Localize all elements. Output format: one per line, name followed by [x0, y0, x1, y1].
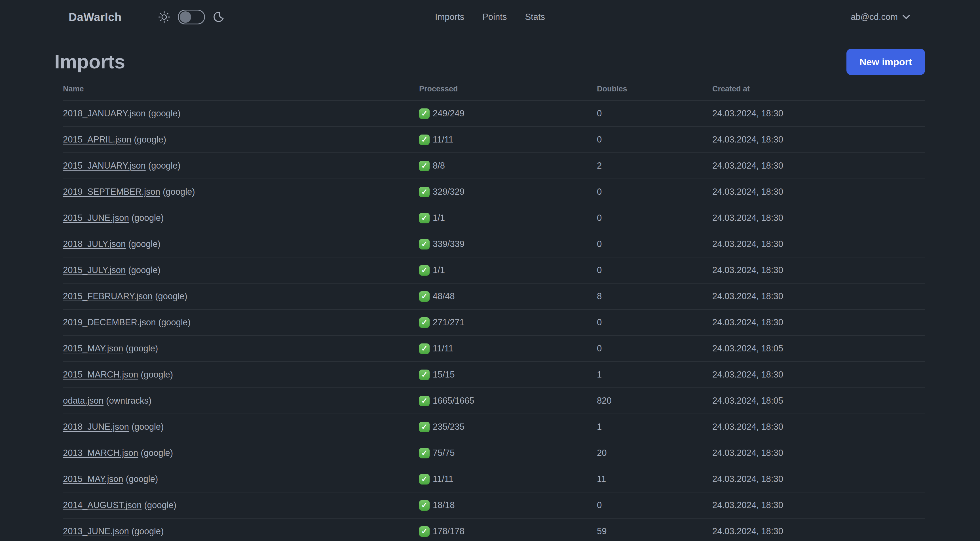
table-row: 2019_DECEMBER.json(google) ✓ 271/271 0 2… [63, 309, 925, 335]
doubles-cell: 1 [597, 422, 712, 432]
processed-count: 1665/1665 [433, 396, 474, 406]
import-source-label: (owntracks) [106, 396, 151, 405]
created-at-cell: 24.03.2024, 18:30 [712, 318, 925, 327]
main-nav: Imports Points Stats [435, 12, 545, 22]
check-icon: ✓ [419, 343, 430, 354]
import-file-link[interactable]: 2018_JULY.json [63, 239, 126, 249]
processed-cell: ✓ 11/11 [419, 134, 597, 145]
table-body: 2018_JANUARY.json(google) ✓ 249/249 0 24… [63, 100, 925, 541]
created-at-cell: 24.03.2024, 18:30 [712, 500, 925, 510]
app-logo[interactable]: DaWarIch [68, 11, 122, 24]
import-source-label: (google) [126, 474, 158, 484]
nav-item-imports[interactable]: Imports [435, 12, 464, 22]
check-icon: ✓ [419, 134, 430, 145]
import-source-label: (google) [134, 134, 166, 144]
name-cell: 2015_MAY.json(google) [63, 474, 419, 484]
nav-item-points[interactable]: Points [482, 12, 507, 22]
table-row: 2013_MARCH.json(google) ✓ 75/75 20 24.03… [63, 440, 925, 466]
imports-page: Imports New import Name Processed Double… [0, 49, 980, 541]
name-cell: 2015_MARCH.json(google) [63, 370, 419, 380]
import-file-link[interactable]: 2015_FEBRUARY.json [63, 291, 153, 301]
created-at-cell: 24.03.2024, 18:30 [712, 265, 925, 275]
account-menu[interactable]: ab@cd.com [851, 12, 910, 22]
processed-count: 235/235 [433, 422, 465, 432]
name-cell: 2015_MAY.json(google) [63, 343, 419, 354]
name-cell: odata.json(owntracks) [63, 396, 419, 406]
import-source-label: (google) [155, 291, 188, 301]
doubles-cell: 11 [597, 474, 712, 484]
import-file-link[interactable]: 2015_JANUARY.json [63, 161, 146, 171]
import-file-link[interactable]: 2013_JUNE.json [63, 526, 129, 536]
check-icon: ✓ [419, 187, 430, 197]
import-file-link[interactable]: 2018_JUNE.json [63, 422, 129, 432]
created-at-cell: 24.03.2024, 18:05 [712, 396, 925, 406]
processed-count: 329/329 [433, 187, 465, 197]
theme-toggle[interactable] [178, 10, 205, 24]
check-icon: ✓ [419, 422, 430, 432]
import-source-label: (google) [163, 187, 195, 197]
import-file-link[interactable]: 2018_JANUARY.json [63, 109, 146, 118]
check-icon: ✓ [419, 265, 430, 276]
doubles-cell: 0 [597, 318, 712, 327]
table-row: 2015_JANUARY.json(google) ✓ 8/8 2 24.03.… [63, 152, 925, 179]
table-row: 2015_APRIL.json(google) ✓ 11/11 0 24.03.… [63, 126, 925, 152]
table-row: 2015_MAY.json(google) ✓ 11/11 11 24.03.2… [63, 466, 925, 492]
processed-cell: ✓ 11/11 [419, 474, 597, 485]
table-row: 2019_SEPTEMBER.json(google) ✓ 329/329 0 … [63, 179, 925, 205]
processed-cell: ✓ 15/15 [419, 370, 597, 380]
import-file-link[interactable]: 2019_DECEMBER.json [63, 318, 156, 327]
created-at-cell: 24.03.2024, 18:30 [712, 109, 925, 119]
doubles-cell: 59 [597, 526, 712, 536]
processed-cell: ✓ 48/48 [419, 291, 597, 302]
doubles-cell: 0 [597, 239, 712, 249]
name-cell: 2015_JULY.json(google) [63, 265, 419, 275]
processed-cell: ✓ 1/1 [419, 265, 597, 276]
processed-count: 15/15 [433, 370, 455, 380]
import-file-link[interactable]: 2015_APRIL.json [63, 134, 131, 144]
processed-cell: ✓ 11/11 [419, 343, 597, 354]
import-source-label: (google) [141, 448, 173, 458]
import-file-link[interactable]: 2015_MAY.json [63, 474, 123, 484]
doubles-cell: 0 [597, 343, 712, 354]
import-file-link[interactable]: 2015_MARCH.json [63, 370, 138, 380]
check-icon: ✓ [419, 161, 430, 171]
import-file-link[interactable]: 2015_JULY.json [63, 265, 126, 275]
import-source-label: (google) [126, 343, 158, 353]
theme-toggle-group [158, 10, 224, 24]
check-icon: ✓ [419, 500, 430, 511]
import-file-link[interactable]: 2015_JUNE.json [63, 213, 129, 223]
created-at-cell: 24.03.2024, 18:30 [712, 239, 925, 249]
processed-count: 48/48 [433, 291, 455, 302]
new-import-button[interactable]: New import [846, 49, 925, 75]
import-file-link[interactable]: 2014_AUGUST.json [63, 500, 142, 510]
nav-item-stats[interactable]: Stats [525, 12, 545, 22]
table-header-row: Name Processed Doubles Created at [63, 85, 925, 100]
import-source-label: (google) [141, 370, 173, 380]
check-icon: ✓ [419, 109, 430, 119]
created-at-cell: 24.03.2024, 18:05 [712, 343, 925, 354]
created-at-cell: 24.03.2024, 18:30 [712, 448, 925, 458]
name-cell: 2015_JANUARY.json(google) [63, 161, 419, 171]
import-file-link[interactable]: 2019_SEPTEMBER.json [63, 187, 160, 197]
created-at-cell: 24.03.2024, 18:30 [712, 161, 925, 171]
processed-count: 178/178 [433, 526, 465, 536]
imports-table: Name Processed Doubles Created at 2018_J… [63, 85, 925, 541]
check-icon: ✓ [419, 370, 430, 380]
check-icon: ✓ [419, 213, 430, 223]
processed-cell: ✓ 75/75 [419, 448, 597, 458]
name-cell: 2014_AUGUST.json(google) [63, 500, 419, 510]
created-at-cell: 24.03.2024, 18:30 [712, 134, 925, 145]
import-file-link[interactable]: 2013_MARCH.json [63, 448, 138, 458]
name-cell: 2015_APRIL.json(google) [63, 134, 419, 145]
import-file-link[interactable]: 2015_MAY.json [63, 343, 123, 353]
check-icon: ✓ [419, 239, 430, 249]
doubles-cell: 0 [597, 187, 712, 197]
processed-count: 1/1 [433, 265, 445, 275]
doubles-cell: 820 [597, 396, 712, 406]
doubles-cell: 20 [597, 448, 712, 458]
table-row: 2018_JANUARY.json(google) ✓ 249/249 0 24… [63, 100, 925, 126]
import-file-link[interactable]: odata.json [63, 396, 103, 405]
doubles-cell: 8 [597, 291, 712, 302]
account-email: ab@cd.com [851, 12, 898, 22]
created-at-cell: 24.03.2024, 18:30 [712, 474, 925, 484]
